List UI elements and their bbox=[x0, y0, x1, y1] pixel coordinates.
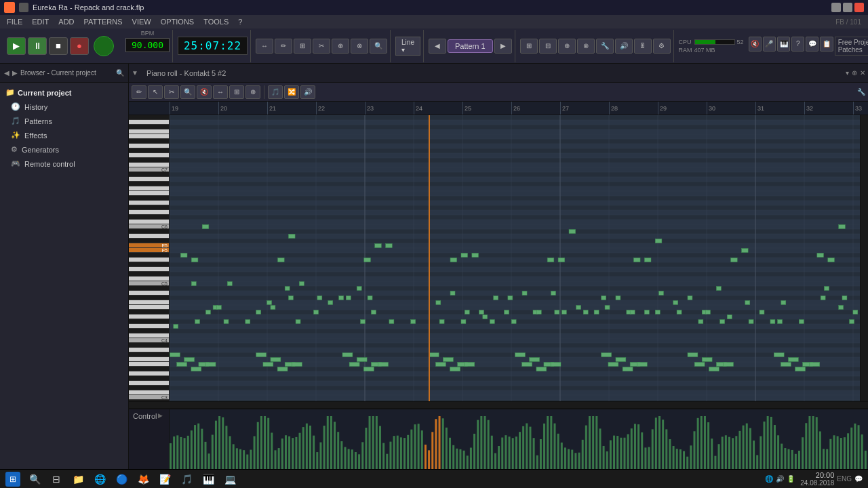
piano-key[interactable] bbox=[129, 272, 169, 277]
pr-maximize[interactable]: ⊕ bbox=[852, 69, 857, 77]
piano-key[interactable] bbox=[129, 115, 169, 120]
sidebar-item-remote-control[interactable]: 🎮 Remote control bbox=[0, 157, 128, 171]
mixer-btn-8[interactable]: ⚙ bbox=[653, 39, 671, 54]
piano-key[interactable] bbox=[129, 153, 169, 158]
sidebar-nav-fwd[interactable]: ▶ bbox=[12, 69, 18, 77]
menu-edit[interactable]: EDIT bbox=[28, 16, 53, 27]
pause-button[interactable]: ⏸ bbox=[28, 37, 47, 55]
piano-key[interactable]: C3 bbox=[129, 395, 169, 400]
app4-button[interactable]: 📝 bbox=[155, 471, 175, 487]
edge-button[interactable]: 🔵 bbox=[111, 471, 132, 487]
menu-tools[interactable]: TOOLS bbox=[199, 16, 233, 27]
line-selector[interactable]: Line ▾ bbox=[395, 37, 420, 56]
piano-key[interactable] bbox=[129, 376, 169, 381]
piano-key[interactable] bbox=[129, 215, 169, 220]
pr-zoom-tool[interactable]: 🔍 bbox=[180, 85, 195, 99]
firefox-button[interactable]: 🦊 bbox=[133, 471, 153, 487]
piano-key[interactable] bbox=[129, 329, 169, 333]
stop-button[interactable]: ■ bbox=[49, 37, 68, 55]
task-view-button[interactable]: ⊟ bbox=[46, 471, 66, 487]
app7-button[interactable]: 💻 bbox=[220, 471, 240, 487]
piano-key[interactable] bbox=[129, 182, 169, 186]
menu-file[interactable]: FILE bbox=[3, 16, 26, 27]
piano-key[interactable] bbox=[129, 319, 169, 324]
search-button[interactable]: 🔍 bbox=[24, 471, 45, 487]
piano-key[interactable] bbox=[129, 357, 169, 362]
right-scrollbar[interactable] bbox=[860, 115, 868, 401]
menu-view[interactable]: VIEW bbox=[128, 16, 155, 27]
pr-select-tool[interactable]: ↖ bbox=[148, 85, 163, 99]
pr-tool-c[interactable]: 🔊 bbox=[300, 85, 315, 99]
piano-key[interactable] bbox=[129, 362, 169, 367]
piano-key[interactable]: F5 bbox=[129, 248, 169, 253]
sidebar-item-effects[interactable]: ✨ Effects bbox=[0, 128, 128, 142]
start-button[interactable]: ⊞ bbox=[3, 471, 23, 487]
rt-btn-2[interactable]: 🎤 bbox=[763, 37, 776, 52]
piano-key[interactable] bbox=[129, 348, 169, 352]
piano-key[interactable] bbox=[129, 210, 169, 215]
piano-key[interactable] bbox=[129, 177, 169, 182]
loop-button[interactable] bbox=[94, 36, 114, 56]
notification-icon[interactable]: 💬 bbox=[854, 475, 863, 483]
piano-key[interactable] bbox=[129, 125, 169, 129]
piano-key[interactable] bbox=[129, 262, 169, 267]
mixer-btn-4[interactable]: ⊗ bbox=[577, 39, 595, 54]
piano-key[interactable]: C4 bbox=[129, 338, 169, 343]
chrome-button[interactable]: 🌐 bbox=[90, 471, 110, 487]
piano-key[interactable] bbox=[129, 229, 169, 234]
piano-key[interactable] bbox=[129, 134, 169, 139]
rt-btn-6[interactable]: 📋 bbox=[820, 37, 833, 52]
piano-key[interactable] bbox=[129, 381, 169, 386]
bpm-display[interactable]: 90.000 bbox=[125, 38, 170, 52]
menu-options[interactable]: OPTIONS bbox=[157, 16, 199, 27]
piano-key[interactable] bbox=[129, 367, 169, 371]
prev-pattern[interactable]: ◀ bbox=[429, 39, 446, 54]
piano-key[interactable] bbox=[129, 400, 169, 401]
mixer-btn-2[interactable]: ⊟ bbox=[539, 39, 557, 54]
pr-tool-a[interactable]: 🎵 bbox=[268, 85, 283, 99]
piano-key[interactable] bbox=[129, 314, 169, 319]
mixer-btn-7[interactable]: 🎚 bbox=[634, 39, 652, 54]
piano-key[interactable] bbox=[129, 324, 169, 329]
sidebar-item-current-project[interactable]: 📁 Current project bbox=[0, 85, 128, 100]
piano-key[interactable] bbox=[129, 120, 169, 125]
pr-close-btn[interactable]: ✕ bbox=[860, 69, 865, 77]
piano-key[interactable] bbox=[129, 234, 169, 239]
app6-button[interactable]: 🎹 bbox=[198, 471, 218, 487]
tool-btn-6[interactable]: ⊗ bbox=[351, 39, 368, 54]
rt-btn-4[interactable]: ? bbox=[791, 37, 804, 52]
mixer-btn-6[interactable]: 🔊 bbox=[615, 39, 633, 54]
maximize-button[interactable] bbox=[843, 3, 852, 12]
piano-key[interactable] bbox=[129, 258, 169, 262]
piano-key[interactable] bbox=[129, 386, 169, 390]
piano-key[interactable] bbox=[129, 186, 169, 191]
grid-notes-area[interactable] bbox=[170, 115, 860, 401]
sidebar-search-icon[interactable]: 🔍 bbox=[116, 69, 124, 77]
tool-btn-5[interactable]: ⊕ bbox=[332, 39, 349, 54]
piano-key[interactable] bbox=[129, 148, 169, 153]
piano-key[interactable] bbox=[129, 129, 169, 134]
next-pattern[interactable]: ▶ bbox=[494, 39, 512, 54]
pr-slide-tool[interactable]: ↔ bbox=[213, 85, 228, 99]
piano-key[interactable] bbox=[129, 201, 169, 205]
piano-key[interactable] bbox=[129, 343, 169, 348]
free-projects-link[interactable]: Free Projects & Patches bbox=[835, 37, 868, 56]
piano-key[interactable] bbox=[129, 172, 169, 177]
piano-key[interactable] bbox=[129, 305, 169, 310]
tool-btn-2[interactable]: ✏ bbox=[275, 39, 292, 54]
pr-mute-tool[interactable]: 🔇 bbox=[197, 85, 212, 99]
app5-button[interactable]: 🎵 bbox=[176, 471, 197, 487]
pr-close[interactable]: ▼ bbox=[132, 69, 138, 77]
pr-menu[interactable]: ▾ bbox=[846, 69, 849, 77]
bottom-scrollbar[interactable] bbox=[129, 401, 868, 408]
piano-key[interactable] bbox=[129, 352, 169, 357]
mixer-btn-1[interactable]: ⊞ bbox=[520, 39, 538, 54]
sidebar-nav-back[interactable]: ◀ bbox=[4, 69, 9, 77]
piano-key[interactable] bbox=[129, 300, 169, 305]
menu-patterns[interactable]: PATTERNS bbox=[80, 16, 127, 27]
sidebar-item-history[interactable]: 🕐 History bbox=[0, 100, 128, 114]
pr-tool-b[interactable]: 🔀 bbox=[284, 85, 299, 99]
rt-btn-3[interactable]: 🎹 bbox=[777, 37, 790, 52]
piano-key[interactable] bbox=[129, 158, 169, 163]
piano-key[interactable] bbox=[129, 191, 169, 196]
